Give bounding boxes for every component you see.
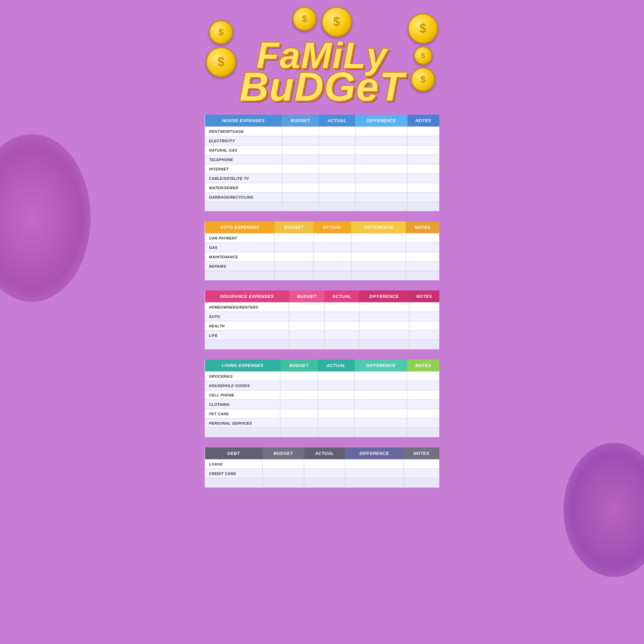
row-label[interactable]: Telephone [205,155,282,164]
row-cell[interactable] [355,372,407,381]
row-cell[interactable] [319,146,355,155]
row-cell[interactable] [407,381,439,390]
row-cell[interactable] [280,419,318,428]
row-cell[interactable] [319,136,355,146]
row-cell[interactable] [319,174,355,183]
row-cell[interactable] [304,478,345,488]
row-cell[interactable] [351,243,406,252]
row-cell[interactable] [355,409,407,419]
row-cell[interactable] [274,262,313,271]
row-cell[interactable] [359,312,409,321]
row-label[interactable]: Auto [205,312,289,321]
row-label[interactable]: Homeowners/Renters [205,303,289,312]
row-cell[interactable] [345,460,404,469]
row-cell[interactable] [282,174,319,183]
row-cell[interactable] [408,146,439,155]
row-label[interactable]: Electricity [205,136,282,146]
row-cell[interactable] [408,155,439,164]
row-cell[interactable] [282,136,319,146]
row-cell[interactable] [319,193,355,202]
row-cell[interactable] [359,331,409,340]
row-label[interactable]: Rent/Mortgage [205,127,282,136]
row-cell[interactable] [324,321,359,331]
row-label[interactable]: Loans [205,460,263,469]
row-cell[interactable] [404,478,439,488]
row-cell[interactable] [289,321,324,331]
row-cell[interactable] [408,136,439,146]
row-cell[interactable] [408,174,439,183]
row-cell[interactable] [407,400,439,409]
row-cell[interactable] [407,419,439,428]
row-cell[interactable] [318,400,354,409]
row-cell[interactable] [282,164,319,174]
row-label[interactable]: Garbage/Recycling [205,193,282,202]
row-label[interactable]: Pet Care [205,409,280,419]
row-cell[interactable] [351,233,406,243]
row-cell[interactable] [355,381,407,390]
row-cell[interactable] [280,428,318,437]
row-cell[interactable] [280,400,318,409]
row-cell[interactable] [355,183,408,193]
row-label[interactable] [205,428,280,437]
row-cell[interactable] [289,312,324,321]
row-cell[interactable] [282,183,319,193]
row-cell[interactable] [318,419,354,428]
row-cell[interactable] [289,303,324,312]
row-cell[interactable] [345,469,404,478]
row-cell[interactable] [274,252,313,262]
row-cell[interactable] [282,202,319,211]
row-cell[interactable] [409,303,439,312]
row-cell[interactable] [324,303,359,312]
row-cell[interactable] [324,312,359,321]
row-cell[interactable] [355,155,408,164]
row-label[interactable]: Natural Gas [205,146,282,155]
row-cell[interactable] [319,202,355,211]
row-label[interactable] [205,340,289,350]
row-label[interactable] [205,271,275,280]
row-cell[interactable] [318,381,354,390]
row-cell[interactable] [408,164,439,174]
row-label[interactable]: Clothing [205,400,280,409]
row-cell[interactable] [345,478,404,488]
row-cell[interactable] [404,460,439,469]
row-cell[interactable] [359,340,409,350]
row-label[interactable]: Water/Sewer [205,183,282,193]
row-cell[interactable] [304,460,345,469]
row-cell[interactable] [280,390,318,400]
row-cell[interactable] [318,372,354,381]
row-cell[interactable] [262,478,304,488]
row-cell[interactable] [407,409,439,419]
row-label[interactable]: Gas [205,243,275,252]
row-cell[interactable] [407,390,439,400]
row-cell[interactable] [408,193,439,202]
row-cell[interactable] [318,409,354,419]
row-cell[interactable] [280,372,318,381]
row-cell[interactable] [408,202,439,211]
row-cell[interactable] [282,155,319,164]
row-cell[interactable] [262,460,304,469]
row-cell[interactable] [280,409,318,419]
row-label[interactable]: Life [205,331,289,340]
row-label[interactable]: Repairs [205,262,275,271]
row-cell[interactable] [282,146,319,155]
row-cell[interactable] [324,340,359,350]
row-cell[interactable] [355,174,408,183]
row-label[interactable]: Internet [205,164,282,174]
row-cell[interactable] [355,428,407,437]
row-cell[interactable] [351,252,406,262]
row-cell[interactable] [313,252,351,262]
row-label[interactable] [205,478,263,488]
row-label[interactable]: Groceries [205,372,280,381]
row-cell[interactable] [406,271,439,280]
row-cell[interactable] [351,262,406,271]
row-label[interactable]: Cable/Satelite TV [205,174,282,183]
row-cell[interactable] [274,271,313,280]
row-cell[interactable] [409,321,439,331]
row-cell[interactable] [359,321,409,331]
row-cell[interactable] [406,243,439,252]
row-cell[interactable] [409,340,439,350]
row-cell[interactable] [313,233,351,243]
row-cell[interactable] [351,271,406,280]
row-cell[interactable] [355,202,408,211]
row-cell[interactable] [319,183,355,193]
